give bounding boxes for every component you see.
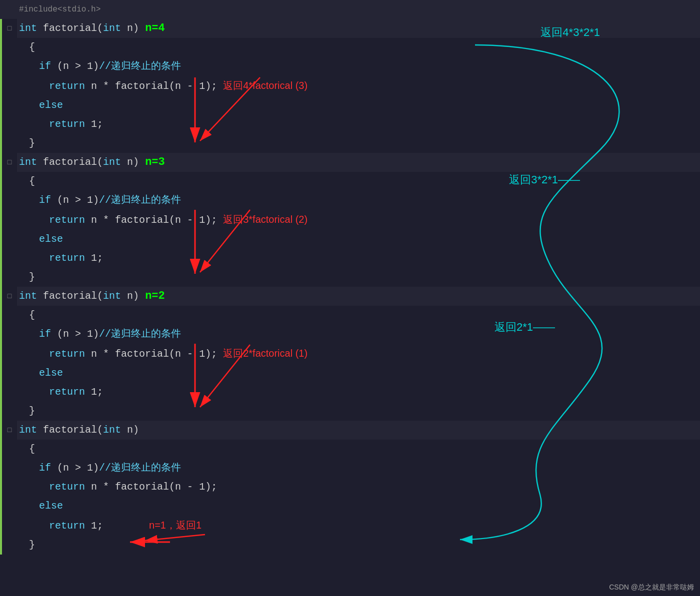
s1-brace-open: { (2, 38, 700, 57)
n2-label: n=2 (145, 290, 165, 302)
top-right-annotation: 返回4*3*2*1 (540, 25, 600, 40)
s3-brace-close: } (2, 402, 700, 421)
s2-brace-close: } (2, 268, 700, 287)
s4-return-one: return 1; n=1，返回1 (2, 516, 700, 536)
include-line: #include<stdio.h> (0, 0, 700, 19)
s2-return-annotation: 返回3*factorical (2) (223, 214, 308, 225)
s2-top-annotation: 返回3*2*1—— (509, 172, 580, 187)
n4-label: n=4 (145, 22, 165, 34)
s2-return-one: return 1; (2, 249, 700, 268)
n3-label: n=3 (145, 156, 165, 168)
s3-else: else (2, 364, 700, 383)
section-n2: □ int factorial(int n) n=2 { if (n > 1)/… (0, 287, 700, 421)
s1-if: if (n > 1)//递归终止的条件 (2, 57, 700, 76)
s1-return-annotation: 返回4*factorical (3) (223, 80, 308, 91)
s2-return-recursive: return n * factorial(n - 1); 返回3*factori… (2, 210, 700, 230)
section-n1: □ int factorial(int n) { if (n > 1)//递归终… (0, 421, 700, 555)
s4-brace-open: { (2, 440, 700, 459)
s3-if: if (n > 1)//递归终止的条件 (2, 325, 700, 344)
s1-brace-close: } (2, 134, 700, 153)
s4-return-recursive: return n * factorial(n - 1); (2, 478, 700, 497)
s4-return-annotation: n=1，返回1 (149, 520, 202, 531)
s4-func-header: □ int factorial(int n) (2, 421, 700, 440)
s1-return-recursive: return n * factorial(n - 1); 返回4*factori… (2, 76, 700, 96)
s3-func-header: □ int factorial(int n) n=2 (2, 287, 700, 306)
s3-return-one: return 1; (2, 383, 700, 402)
s2-brace-open: { (2, 172, 700, 191)
s3-top-annotation: 返回2*1—— (494, 320, 555, 335)
code-editor: #include<stdio.h> □ int factorial(int n)… (0, 0, 700, 596)
s4-brace-close: } (2, 536, 700, 555)
s2-func-header: □ int factorial(int n) n=3 (2, 153, 700, 172)
fold-gutter-s1: □ (2, 19, 17, 38)
section-n3: □ int factorial(int n) n=3 { if (n > 1)/… (0, 153, 700, 287)
s4-if: if (n > 1)//递归终止的条件 (2, 459, 700, 478)
s3-return-recursive: return n * factorial(n - 1); 返回2*factori… (2, 344, 700, 364)
s2-else: else (2, 230, 700, 249)
s1-return-one: return 1; (2, 115, 700, 134)
s3-return-annotation: 返回2*factorical (1) (223, 348, 308, 359)
s2-if: if (n > 1)//递归终止的条件 (2, 191, 700, 210)
s1-else: else (2, 96, 700, 115)
watermark: CSDN @总之就是非常哒姆 (609, 583, 694, 592)
s3-brace-open: { (2, 306, 700, 325)
s4-else: else (2, 497, 700, 516)
